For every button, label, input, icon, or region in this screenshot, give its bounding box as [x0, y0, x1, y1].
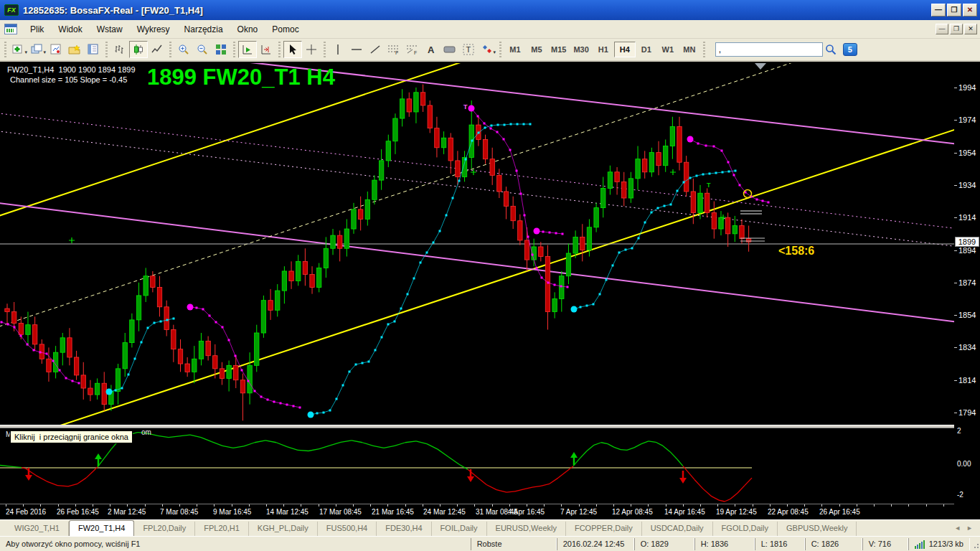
svg-text:F: F	[395, 50, 398, 55]
price-axis-label: 1854	[958, 311, 976, 319]
chart-tab-fpl20[interactable]: FPL20,Daily	[134, 522, 195, 536]
chart-tab-gbpusd[interactable]: GBPUSD,Weekly	[778, 522, 857, 536]
market-watch-button[interactable]	[47, 41, 65, 58]
arrows-shapes-button[interactable]: ▾	[478, 41, 496, 58]
auto-scroll-button[interactable]	[238, 41, 257, 58]
timeframe-h1-button[interactable]: H1	[593, 42, 614, 57]
menu-item-okno[interactable]: Okno	[230, 22, 265, 37]
toolbar: ▾ ▾	[0, 39, 980, 62]
chart-tab-fgold[interactable]: FGOLD,Daily	[713, 522, 778, 536]
fibo-retracement-button[interactable]: F	[385, 41, 403, 58]
timeframe-d1-button[interactable]: D1	[636, 42, 657, 57]
vertical-line-button[interactable]	[329, 41, 347, 58]
child-restore-button[interactable]: ❐	[950, 24, 963, 34]
menu-item-narzędzia[interactable]: Narzędzia	[177, 22, 230, 37]
momentum-indicator-chart[interactable]	[0, 428, 954, 504]
time-axis-label: 12 Apr 08:45	[612, 508, 653, 516]
chart-tab-fde30[interactable]: FDE30,H4	[377, 522, 431, 536]
tile-windows-button[interactable]	[212, 41, 230, 58]
timeframe-m5-button[interactable]: M5	[526, 42, 547, 57]
text-frame-button[interactable]: T	[459, 41, 478, 58]
zoom-out-button[interactable]	[193, 41, 212, 58]
chart-window-icon	[4, 24, 17, 34]
time-axis-label: 4 Apr 16:45	[508, 508, 545, 516]
menu-item-pomoc[interactable]: Pomoc	[265, 22, 306, 37]
search-input[interactable]	[715, 42, 823, 57]
crosshair-button[interactable]	[302, 41, 321, 58]
toolbar-grip[interactable]	[3, 42, 8, 57]
timeframe-m1-button[interactable]: M1	[504, 42, 526, 57]
navigator-button[interactable]	[84, 41, 103, 58]
chart-tab-wig20_t[interactable]: WIG20_T,H1	[6, 522, 69, 536]
chart-tab-foil[interactable]: FOIL,Daily	[432, 522, 487, 536]
horizontal-line-button[interactable]	[347, 41, 366, 58]
text-label-button[interactable]	[440, 41, 459, 58]
chart-area[interactable]: TT FW20_T1,H4 1900 1900 1894 1899 Channe…	[0, 62, 980, 519]
main-chart[interactable]: TT	[0, 63, 954, 425]
title-bar: FX 12852635: BossaFX-Real - [FW20_T1,H4]…	[0, 0, 980, 20]
bar-chart-type-button[interactable]	[110, 41, 129, 58]
timeframe-m15-button[interactable]: M15	[547, 42, 570, 57]
open-panel: O: 1829	[634, 538, 694, 550]
time-axis-label: 26 Apr 16:45	[819, 508, 860, 516]
chart-tab-fus500[interactable]: FUS500,H4	[318, 522, 377, 536]
trendline-button[interactable]	[366, 41, 385, 58]
close-button[interactable]: ✕	[963, 4, 977, 17]
line-chart-type-button[interactable]	[148, 41, 166, 58]
child-close-button[interactable]: ✕	[964, 24, 977, 34]
timeframe-mn-button[interactable]: MN	[679, 42, 700, 57]
timeframe-h4-button[interactable]: H4	[614, 42, 636, 57]
svg-text:T: T	[466, 45, 471, 54]
fibo-channel-button[interactable]: F	[403, 41, 422, 58]
tab-scroll-left-button[interactable]: ◄	[954, 524, 961, 532]
minimize-button[interactable]: —	[931, 4, 946, 17]
menu-item-wykresy[interactable]: Wykresy	[130, 22, 177, 37]
toolbar-grip[interactable]	[104, 42, 109, 57]
maximize-button[interactable]: ❐	[947, 4, 961, 17]
time-axis-label: 24 Mar 12:45	[423, 508, 466, 516]
search-icon[interactable]	[823, 41, 839, 58]
chart-tab-usdcad[interactable]: USDCAD,Daily	[642, 522, 713, 536]
chart-tab-fw20_t1[interactable]: FW20_T1,H4	[69, 520, 134, 536]
menu-item-plik[interactable]: Plik	[23, 22, 51, 37]
time-axis-label: 14 Mar 12:45	[266, 508, 308, 516]
new-chart-button[interactable]: ▾	[9, 41, 28, 58]
toolbar-grip[interactable]	[322, 42, 327, 57]
timeframe-m30-button[interactable]: M30	[570, 42, 592, 57]
time-axis-label: 14 Apr 16:45	[664, 508, 705, 516]
resize-grip[interactable]	[970, 538, 980, 550]
menu-item-widok[interactable]: Widok	[51, 22, 89, 37]
chart-tab-eurusd[interactable]: EURUSD,Weekly	[487, 522, 566, 536]
text-button[interactable]: A	[422, 41, 440, 58]
toolbar-grip[interactable]	[277, 42, 282, 57]
timeframe-w1-button[interactable]: W1	[657, 42, 679, 57]
toolbar-grip[interactable]	[702, 42, 707, 57]
favorites-button[interactable]	[65, 41, 84, 58]
profiles-button[interactable]: ▾	[28, 41, 47, 58]
chart-tab-kgh_pl[interactable]: KGH_PL,Daily	[249, 522, 318, 536]
chart-tab-fpl20[interactable]: FPL20,H1	[195, 522, 249, 536]
time-axis[interactable]: 24 Feb 201626 Feb 16:452 Mar 12:457 Mar …	[0, 504, 980, 519]
chart-tab-fcopper[interactable]: FCOPPER,Daily	[566, 522, 642, 536]
price-axis[interactable]: 1994197419541934191418941874185418341814…	[954, 62, 980, 519]
price-axis-label: 1834	[958, 343, 976, 352]
price-axis-label: 1994	[958, 83, 976, 92]
toolbar-grip[interactable]	[232, 42, 237, 57]
indicator-axis-label: 2	[957, 427, 961, 435]
time-axis-label: 24 Feb 2016	[6, 508, 46, 516]
drag-window-tooltip: Kliknij i przeciągnij granice okna	[10, 430, 133, 443]
notifications-badge[interactable]: 5	[843, 43, 857, 56]
menu-bar: PlikWidokWstawWykresyNarzędziaOknoPomoc …	[0, 20, 980, 39]
toolbar-grip[interactable]	[498, 42, 503, 57]
application-window: FX 12852635: BossaFX-Real - [FW20_T1,H4]…	[0, 0, 980, 551]
toolbar-grip[interactable]	[168, 42, 173, 57]
cursor-button[interactable]	[283, 41, 302, 58]
menu-items: PlikWidokWstawWykresyNarzędziaOknoPomoc	[23, 22, 306, 37]
child-minimize-button[interactable]: —	[936, 24, 948, 34]
tab-scroll-right-button[interactable]: ►	[966, 524, 973, 532]
candlestick-type-button[interactable]	[129, 41, 148, 58]
account-name: Robste	[471, 538, 557, 550]
zoom-in-button[interactable]	[174, 41, 193, 58]
chart-shift-button[interactable]	[257, 41, 275, 58]
menu-item-wstaw[interactable]: Wstaw	[90, 22, 130, 37]
